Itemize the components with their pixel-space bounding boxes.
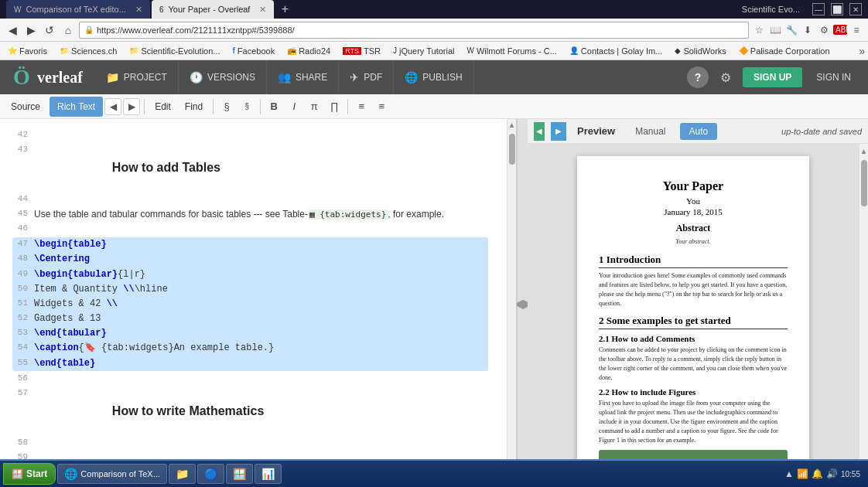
line-content-53: \end{tabular} xyxy=(34,326,488,341)
overleaf-logo[interactable]: Ö verleaf xyxy=(9,65,83,90)
preview-panel: ◀ ▶ Preview Manual Auto up-to-date and s… xyxy=(528,119,868,487)
toolbar-left-arrow[interactable]: ◀ xyxy=(104,98,121,115)
bookmark-sciences[interactable]: 📁 Sciences.ch xyxy=(55,43,121,59)
bookmark-radio24[interactable]: 📻 Radio24 xyxy=(282,43,335,59)
taskbar-item-windows[interactable]: 🪟 xyxy=(226,464,253,484)
taskbar-chrome-icon: 🔵 xyxy=(204,468,217,480)
url-bar[interactable]: 🔒 https://www.overleaf.com/2121111xzntpp… xyxy=(79,22,749,39)
italic-button[interactable]: I xyxy=(285,97,303,116)
scroll-up-button[interactable]: ▲ xyxy=(507,119,516,130)
tab-close-overleaf[interactable]: ✕ xyxy=(259,5,266,15)
line-num-57: 57 xyxy=(12,387,34,436)
tab-overleaf[interactable]: 6 Your Paper - Overleaf ✕ xyxy=(152,0,275,19)
bookmark-favoris[interactable]: ⭐ Favoris xyxy=(3,43,52,59)
taskbar-browser-label: Comparison of TeX... xyxy=(80,469,160,478)
preview-scroll-up[interactable]: ▲ xyxy=(859,145,868,156)
taskbar-item-powerpoint[interactable]: 📊 xyxy=(255,464,282,484)
tab-comparison[interactable]: W Comparison of TeX edito... ✕ xyxy=(6,0,150,19)
signin-button[interactable]: SIGN IN xyxy=(808,67,859,87)
editor-toolbar: Source Rich Text ◀ ▶ Edit Find § § B I π… xyxy=(0,94,868,119)
tray-network-icon[interactable]: 📶 xyxy=(797,468,808,479)
preview-scrollbar[interactable]: ▲ ▼ xyxy=(859,144,868,487)
publish-button[interactable]: 🌐 PUBLISH xyxy=(394,60,473,94)
preview-tab-manual[interactable]: Manual xyxy=(626,123,675,140)
project-button[interactable]: 📁 PROJECT xyxy=(95,60,179,94)
bookmark-solidworks[interactable]: ◆ SolidWorks xyxy=(670,43,730,59)
tray-up-icon[interactable]: ▲ xyxy=(784,468,794,479)
settings-icon[interactable]: ⚙ xyxy=(817,25,831,36)
bookmark-facebook[interactable]: f Facebook xyxy=(227,43,279,59)
share-button[interactable]: 👥 SHARE xyxy=(267,60,339,94)
back-button[interactable]: ◀ xyxy=(5,22,20,38)
minimize-button[interactable]: — xyxy=(812,3,825,15)
bookmark-contacts[interactable]: 👤 Contacts | Golay Im... xyxy=(565,43,668,59)
editor-content-area[interactable]: 42 43 How to add Tables 44 xyxy=(0,119,507,487)
find-action[interactable]: Find xyxy=(179,97,209,116)
pdf-button[interactable]: ✈ PDF xyxy=(339,60,394,94)
new-tab-button[interactable]: + xyxy=(274,0,296,19)
editor-line-54: 54 \caption{🔖 {tab:widgets}An example ta… xyxy=(12,341,488,356)
bookmark-jquery[interactable]: J jQuery Tutorial xyxy=(388,43,460,59)
bold-button[interactable]: B xyxy=(265,97,283,116)
kw-tabular-end: {tabular} xyxy=(56,328,107,339)
overleaf-wordmark: verleaf xyxy=(37,69,83,87)
editor-scrollbar[interactable]: ▲ ▼ xyxy=(507,119,516,487)
tab-close-comparison[interactable]: ✕ xyxy=(135,5,142,15)
tab-bar: W Comparison of TeX edito... ✕ 6 Your Pa… xyxy=(6,0,296,19)
window-controls: Scientific Evo... — ⬜ ✕ xyxy=(742,3,862,15)
editor-line-46: 46 xyxy=(12,222,488,237)
line-content-54: \caption{🔖 {tab:widgets}An example table… xyxy=(34,341,488,356)
line-content-57: How to write Mathematics xyxy=(34,387,488,436)
scroll-thumb[interactable] xyxy=(509,134,515,165)
bookmark-solidworks-icon: ◆ xyxy=(675,46,681,55)
ssl-lock-icon: 🔒 xyxy=(84,26,94,34)
bookmark-palisade[interactable]: 🔶 Palisade Corporation xyxy=(734,43,835,59)
start-button[interactable]: 🪟 Start xyxy=(3,463,56,485)
taskbar-item-explorer[interactable]: 📁 xyxy=(169,464,196,484)
product-button[interactable]: ∏ xyxy=(325,97,343,116)
preview-toggle-button[interactable]: ◀ xyxy=(534,122,545,141)
preview-tab-auto[interactable]: Auto xyxy=(680,123,718,140)
help-button[interactable]: ? xyxy=(687,66,709,88)
home-button[interactable]: ⌂ xyxy=(60,22,76,38)
editor-inner: 42 43 How to add Tables 44 xyxy=(0,119,516,487)
bookmark-wilmott[interactable]: W Wilmott Forums - C... xyxy=(463,43,562,59)
forward-button[interactable]: ▶ xyxy=(23,22,39,38)
title-bar: W Comparison of TeX edito... ✕ 6 Your Pa… xyxy=(0,0,868,19)
versions-button[interactable]: 🕐 VERSIONS xyxy=(179,60,267,94)
list-icon-1[interactable]: ≡ xyxy=(352,97,371,116)
signup-button[interactable]: SIGN UP xyxy=(743,67,802,87)
preview-compile-button[interactable]: ▶ xyxy=(551,122,566,141)
bookmark-scientific[interactable]: 📁 Scientific-Evolution... xyxy=(125,43,224,59)
list-icon-2[interactable]: ≡ xyxy=(372,97,391,116)
abp-icon[interactable]: ABP xyxy=(833,25,847,35)
preview-body-1: Your introduction goes here! Some exampl… xyxy=(599,271,788,308)
panel-resize-handle[interactable]: ◀▶ xyxy=(517,119,528,487)
pi-button[interactable]: π xyxy=(305,97,323,116)
maximize-button[interactable]: ⬜ xyxy=(831,3,843,15)
menu-icon[interactable]: ≡ xyxy=(849,25,863,36)
bookmark-icon[interactable]: 📖 xyxy=(768,25,782,36)
section-icon-1[interactable]: § xyxy=(217,97,236,116)
taskbar-item-chrome[interactable]: 🔵 xyxy=(197,464,224,484)
edit-action[interactable]: Edit xyxy=(149,97,177,116)
refresh-button[interactable]: ↺ xyxy=(42,22,57,38)
star-icon[interactable]: ☆ xyxy=(752,25,766,36)
rich-text-tab[interactable]: Rich Text xyxy=(50,97,103,117)
settings-button[interactable]: ⚙ xyxy=(715,66,736,88)
section-icon-2[interactable]: § xyxy=(238,97,256,116)
kw-hline: \\ xyxy=(123,284,134,295)
more-bookmarks-icon[interactable]: » xyxy=(859,45,865,57)
preview-scroll-thumb[interactable] xyxy=(861,160,867,206)
source-tab[interactable]: Source xyxy=(3,97,48,117)
download-icon[interactable]: ⬇ xyxy=(801,25,815,36)
tools-icon[interactable]: 🔧 xyxy=(784,25,798,36)
tray-volume-icon[interactable]: 🔊 xyxy=(826,468,838,479)
close-button[interactable]: ✕ xyxy=(849,3,862,15)
toolbar-right-arrow[interactable]: ▶ xyxy=(123,98,140,115)
taskbar-item-browser[interactable]: 🌐 Comparison of TeX... xyxy=(57,464,167,484)
line-content-43: How to add Tables xyxy=(34,143,488,192)
bookmark-tsr[interactable]: RTS TSR xyxy=(338,43,385,59)
kw-begin-tabular: \begin xyxy=(34,269,67,280)
tray-notification-icon[interactable]: 🔔 xyxy=(812,468,823,479)
